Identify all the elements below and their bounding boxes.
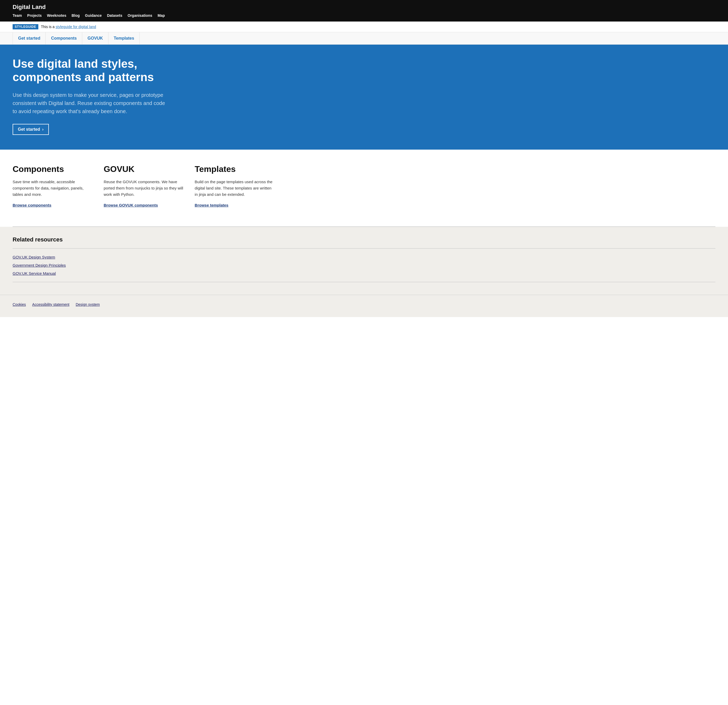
secondary-nav-link-get-started[interactable]: Get started	[13, 32, 46, 44]
top-nav-link-guidance[interactable]: Guidance	[85, 13, 102, 17]
cards-grid: ComponentsSave time with reusable, acces…	[13, 164, 275, 208]
secondary-nav-link-govuk[interactable]: GOVUK	[82, 32, 108, 44]
footer-link-0[interactable]: Cookies	[13, 302, 26, 307]
secondary-nav-link-components[interactable]: Components	[46, 32, 82, 44]
chevron-icon: ›	[42, 127, 43, 132]
top-nav-link-projects[interactable]: Projects	[27, 13, 42, 17]
get-started-button[interactable]: Get started ›	[13, 124, 49, 135]
related-link-0[interactable]: GOV.UK Design System	[13, 255, 715, 260]
hero-title: Use digital land styles, components and …	[13, 57, 183, 84]
related-resources-heading: Related resources	[13, 236, 715, 243]
card-2: TemplatesBuild on the page templates use…	[195, 164, 275, 208]
card-0: ComponentsSave time with reusable, acces…	[13, 164, 93, 208]
footer-link-1[interactable]: Accessibility statement	[32, 302, 69, 307]
top-rule	[13, 248, 715, 249]
styleguide-badge: STYLEGUIDE	[13, 24, 38, 29]
footer-links: CookiesAccessibility statementDesign sys…	[13, 302, 715, 307]
top-navigation: Digital Land TeamProjectsWeeknotesBlogGu…	[0, 0, 728, 22]
top-nav-link-organisations[interactable]: Organisations	[128, 13, 152, 17]
card-link-1[interactable]: Browse GOVUK components	[104, 203, 158, 208]
styleguide-link[interactable]: styleguide for digital land	[56, 25, 96, 29]
card-title-1: GOVUK	[104, 164, 184, 174]
card-title-0: Components	[13, 164, 93, 174]
card-link-2[interactable]: Browse templates	[195, 203, 228, 208]
site-title: Digital Land	[13, 4, 715, 10]
hero-description: Use this design system to make your serv…	[13, 91, 170, 115]
top-nav-link-team[interactable]: Team	[13, 13, 22, 17]
card-link-0[interactable]: Browse components	[13, 203, 52, 208]
cards-section: ComponentsSave time with reusable, acces…	[0, 150, 728, 226]
top-nav-link-datasets[interactable]: Datasets	[107, 13, 122, 17]
related-resources-links: GOV.UK Design SystemGovernment Design Pr…	[13, 255, 715, 275]
top-nav-links: TeamProjectsWeeknotesBlogGuidanceDataset…	[13, 13, 715, 18]
footer: CookiesAccessibility statementDesign sys…	[0, 295, 728, 317]
secondary-nav: Get startedComponentsGOVUKTemplates	[0, 32, 728, 45]
card-description-2: Build on the page templates used across …	[195, 179, 275, 198]
secondary-nav-link-templates[interactable]: Templates	[108, 32, 140, 44]
top-nav-link-map[interactable]: Map	[157, 13, 165, 17]
related-resources-section: Related resources GOV.UK Design SystemGo…	[0, 227, 728, 295]
card-1: GOVUKReuse the GOVUK components. We have…	[104, 164, 184, 208]
hero-section: Use digital land styles, components and …	[0, 45, 728, 150]
styleguide-bar: STYLEGUIDE This is a styleguide for digi…	[0, 22, 728, 32]
footer-link-2[interactable]: Design system	[76, 302, 100, 307]
card-description-0: Save time with reusable, accessible comp…	[13, 179, 93, 198]
related-link-1[interactable]: Government Design Principles	[13, 263, 715, 267]
card-description-1: Reuse the GOVUK components. We have port…	[104, 179, 184, 198]
bottom-rule	[13, 282, 715, 282]
top-nav-link-weeknotes[interactable]: Weeknotes	[47, 13, 66, 17]
top-nav-link-blog[interactable]: Blog	[71, 13, 79, 17]
card-title-2: Templates	[195, 164, 275, 174]
styleguide-description: This is a styleguide for digital land	[41, 25, 96, 29]
related-link-2[interactable]: GOV.UK Service Manual	[13, 271, 715, 275]
